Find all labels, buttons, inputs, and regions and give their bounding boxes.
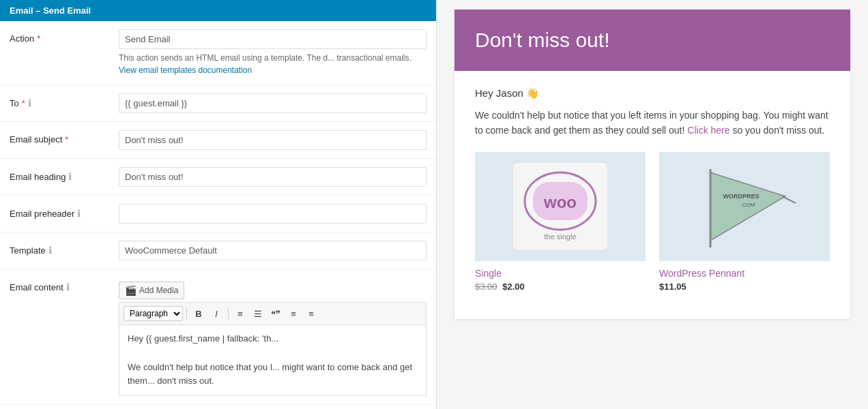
required-marker-subject: * <box>65 134 68 145</box>
preheader-field <box>119 204 426 224</box>
product-price-2: $11.05 <box>659 282 830 292</box>
action-description: This action sends an HTML email using a … <box>119 52 426 76</box>
action-row: Action * This action sends an HTML email… <box>0 21 436 85</box>
action-label: Action * <box>10 29 119 44</box>
required-marker: * <box>37 33 40 44</box>
product-price-1: $3.00 $2.00 <box>475 282 646 292</box>
blockquote-button[interactable]: ❝❞ <box>267 305 284 322</box>
template-help-icon[interactable]: ℹ <box>48 245 52 256</box>
svg-text:.COM: .COM <box>741 202 755 208</box>
heading-row: Email heading ℹ <box>0 159 436 196</box>
content-label: Email content ℹ <box>10 277 119 292</box>
product-image-2: WORDPRES .COM <box>659 152 830 261</box>
unordered-list-button[interactable]: ≡ <box>232 305 248 322</box>
editor-line-1: Hey {{ guest.first_name | fallback: 'th.… <box>128 332 418 346</box>
editor-toolbar: Paragraph B I ≡ ☰ ❝❞ ≡ ≡ <box>119 302 426 324</box>
to-label: To * ℹ <box>10 93 119 108</box>
heading-field <box>119 167 426 187</box>
media-icon: 🎬 <box>125 285 136 296</box>
email-greeting: Hey Jason 👋 <box>475 87 830 100</box>
heading-label: Email heading ℹ <box>10 167 119 182</box>
email-click-here-link[interactable]: Click here <box>687 125 729 136</box>
preheader-label: Email preheader ℹ <box>10 204 119 219</box>
price-new-1: $2.00 <box>502 282 525 292</box>
content-field: 🎬 Add Media Paragraph B I ≡ ☰ <box>119 277 426 396</box>
ordered-list-button[interactable]: ☰ <box>250 305 266 322</box>
product-name-1[interactable]: Single <box>475 268 646 279</box>
to-help-icon[interactable]: ℹ <box>28 97 31 108</box>
right-panel: Don't miss out! Hey Jason 👋 We couldn't … <box>437 0 868 409</box>
product-image-1: woo the single <box>475 152 646 261</box>
add-media-bar: 🎬 Add Media <box>119 277 426 302</box>
subject-input[interactable] <box>119 130 426 150</box>
email-body-text: We couldn't help but notice that you lef… <box>475 108 830 138</box>
toolbar-separator-1 <box>186 307 187 320</box>
preheader-help-icon[interactable]: ℹ <box>77 208 81 219</box>
heading-help-icon[interactable]: ℹ <box>68 171 72 182</box>
to-input[interactable] <box>119 93 426 113</box>
panel-title: Email – Send Email <box>10 5 91 16</box>
bold-button[interactable]: B <box>190 305 207 322</box>
action-link[interactable]: View email templates documentation <box>119 65 252 75</box>
form-body: Action * This action sends an HTML email… <box>0 21 436 409</box>
editor-line-2: We couldn't help but notice that you l..… <box>128 361 418 389</box>
svg-text:woo: woo <box>543 193 577 211</box>
template-field <box>119 241 426 260</box>
template-label: Template ℹ <box>10 241 119 256</box>
required-marker-to: * <box>22 98 25 108</box>
preheader-row: Email preheader ℹ <box>0 196 436 232</box>
editor-content[interactable]: Hey {{ guest.first_name | fallback: 'th.… <box>119 324 426 396</box>
to-field <box>119 93 426 113</box>
add-media-button[interactable]: 🎬 Add Media <box>119 282 184 299</box>
subject-field <box>119 130 426 150</box>
action-field: This action sends an HTML email using a … <box>119 29 426 76</box>
content-row: Email content ℹ 🎬 Add Media Paragraph <box>0 269 436 405</box>
toolbar-separator-2 <box>228 307 229 320</box>
email-preview-body: Hey Jason 👋 We couldn't help but notice … <box>454 71 850 319</box>
products-grid: woo the single Single $3.00 $2.00 <box>475 152 830 292</box>
product-item-1: woo the single Single $3.00 $2.00 <box>475 152 646 292</box>
product-name-2[interactable]: WordPress Pennant <box>659 268 830 279</box>
template-row: Template ℹ <box>0 232 436 269</box>
email-preview-header: Don't miss out! <box>454 10 850 71</box>
align-button[interactable]: ≡ <box>285 305 302 322</box>
italic-button[interactable]: I <box>208 305 225 322</box>
email-preview: Don't miss out! Hey Jason 👋 We couldn't … <box>454 10 850 319</box>
svg-text:WORDPRES: WORDPRES <box>723 193 759 200</box>
more-button[interactable]: ≡ <box>303 305 319 322</box>
product-item-2: WORDPRES .COM WordPress Pennant $11.05 <box>659 152 830 292</box>
template-input[interactable] <box>119 241 426 260</box>
paragraph-select[interactable]: Paragraph <box>124 306 183 321</box>
subject-label: Email subject * <box>10 130 119 145</box>
heading-input[interactable] <box>119 167 426 187</box>
content-help-icon[interactable]: ℹ <box>66 282 70 292</box>
price-old-1: $3.00 <box>475 282 497 292</box>
svg-text:the single: the single <box>544 232 576 241</box>
left-panel: Email – Send Email Action * This action … <box>0 0 437 409</box>
email-preview-title: Don't miss out! <box>475 29 830 52</box>
to-row: To * ℹ <box>0 85 436 122</box>
preheader-input[interactable] <box>119 204 426 224</box>
subject-row: Email subject * <box>0 122 436 159</box>
price-single-2: $11.05 <box>659 282 686 292</box>
panel-header: Email – Send Email <box>0 0 436 21</box>
action-input[interactable] <box>119 29 426 49</box>
